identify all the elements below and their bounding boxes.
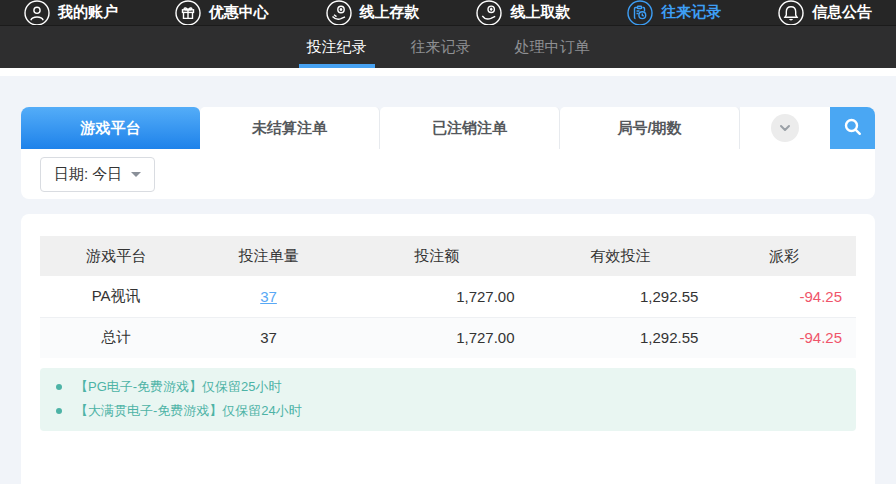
promo-notes: 【PG电子-免费游戏】仅保留25小时 【大满贯电子-免费游戏】仅保留24小时 [40, 368, 856, 431]
tab-label: 已注销注单 [432, 119, 507, 138]
tab-round-number[interactable]: 局号/期数 [560, 107, 740, 149]
tab-label: 局号/期数 [617, 119, 681, 138]
cell-valid-bets: 1,292.55 [529, 276, 713, 317]
date-filter-dropdown[interactable]: 日期: 今日 [40, 157, 155, 192]
nav-promotions[interactable]: 优惠中心 [175, 0, 269, 26]
nav-transaction-records[interactable]: 往来记录 [627, 0, 721, 26]
records-subnav: 投注纪录 往来记录 处理中订单 [0, 26, 896, 68]
note-item: 【大满贯电子-免费游戏】仅保留24小时 [40, 399, 856, 423]
note-item: 【PG电子-免费游戏】仅保留25小时 [40, 375, 856, 399]
bullet-dot-icon [56, 384, 62, 390]
tab-unsettled-bets[interactable]: 未结算注单 [200, 107, 380, 149]
note-text: 【PG电子-免费游戏】仅保留25小时 [75, 378, 282, 396]
search-button[interactable] [830, 107, 875, 149]
cell-total-label: 总计 [40, 317, 192, 358]
bet-summary-table: 游戏平台 投注单量 投注额 有效投注 派彩 PA视讯 37 1,727.00 1… [40, 236, 856, 358]
subnav-label: 处理中订单 [515, 38, 590, 57]
tab-cancelled-bets[interactable]: 已注销注单 [380, 107, 560, 149]
active-tab-underline [299, 64, 375, 68]
cell-payout: -94.25 [712, 276, 856, 317]
gift-icon [175, 0, 201, 26]
nav-withdraw[interactable]: 线上取款 [476, 0, 570, 26]
search-icon [842, 116, 864, 141]
tab-game-platform[interactable]: 游戏平台 [21, 107, 200, 149]
results-card: 游戏平台 投注单量 投注额 有效投注 派彩 PA视讯 37 1,727.00 1… [21, 214, 875, 484]
deposit-icon [326, 0, 352, 26]
nav-label: 信息公告 [812, 3, 872, 22]
date-filter-label: 日期: 今日 [54, 165, 122, 184]
col-header-payout: 派彩 [712, 236, 856, 276]
caret-down-icon [131, 172, 141, 177]
filter-tabs: 游戏平台 未结算注单 已注销注单 局号/期数 [21, 107, 875, 149]
nav-deposit[interactable]: 线上存款 [326, 0, 420, 26]
col-header-bet-amount: 投注额 [345, 236, 529, 276]
nav-label: 往来记录 [661, 3, 721, 22]
bet-count-link[interactable]: 37 [260, 288, 277, 305]
table-total-row: 总计 37 1,727.00 1,292.55 -94.25 [40, 317, 856, 358]
records-icon [627, 0, 653, 26]
subnav-label: 往来记录 [411, 38, 471, 57]
subnav-label: 投注纪录 [307, 38, 367, 57]
nav-label: 线上存款 [360, 3, 420, 22]
nav-label: 优惠中心 [209, 3, 269, 22]
withdraw-icon [476, 0, 502, 26]
cell-bet-count: 37 [192, 276, 344, 317]
col-header-bet-count: 投注单量 [192, 236, 344, 276]
filter-panel: 日期: 今日 [21, 149, 875, 199]
nav-my-account[interactable]: 我的账户 [24, 0, 118, 26]
main-content: 游戏平台 未结算注单 已注销注单 局号/期数 日期: 今日 [0, 76, 896, 484]
nav-label: 我的账户 [58, 3, 118, 22]
tab-label: 游戏平台 [81, 119, 141, 138]
cell-bet-amount: 1,727.00 [345, 276, 529, 317]
table-header-row: 游戏平台 投注单量 投注额 有效投注 派彩 [40, 236, 856, 276]
note-text: 【大满贯电子-免费游戏】仅保留24小时 [75, 402, 302, 420]
more-tabs-dropdown[interactable] [740, 107, 830, 149]
bullet-dot-icon [56, 408, 62, 414]
col-header-platform: 游戏平台 [40, 236, 192, 276]
nav-announcements[interactable]: 信息公告 [778, 0, 872, 26]
nav-label: 线上取款 [510, 3, 570, 22]
subnav-processing-orders[interactable]: 处理中订单 [507, 26, 598, 68]
col-header-valid-bets: 有效投注 [529, 236, 713, 276]
bell-icon [778, 0, 804, 26]
cell-total-count: 37 [192, 317, 344, 358]
top-navbar: 我的账户 优惠中心 线上存款 [0, 0, 896, 26]
cell-platform: PA视讯 [40, 276, 192, 317]
table-row: PA视讯 37 1,727.00 1,292.55 -94.25 [40, 276, 856, 317]
header-divider-strip [0, 68, 896, 76]
subnav-transaction-records[interactable]: 往来记录 [403, 26, 479, 68]
user-icon [24, 0, 50, 26]
cell-total-payout: -94.25 [712, 317, 856, 358]
chevron-down-icon [771, 114, 799, 142]
cell-total-amount: 1,727.00 [345, 317, 529, 358]
tab-label: 未结算注单 [252, 119, 327, 138]
subnav-betting-records[interactable]: 投注纪录 [299, 26, 375, 68]
cell-total-valid: 1,292.55 [529, 317, 713, 358]
